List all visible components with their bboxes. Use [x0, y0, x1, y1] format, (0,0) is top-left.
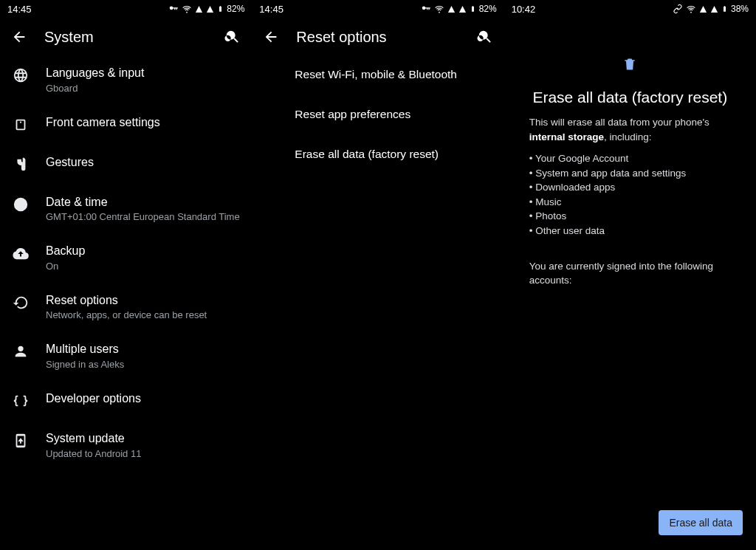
- item-title: Reset options: [46, 292, 207, 309]
- battery-text: 82%: [227, 4, 244, 14]
- reset-list: Reset Wi-Fi, mobile & Bluetooth Reset ap…: [252, 55, 504, 550]
- item-title: Multiple users: [46, 341, 124, 357]
- wifi-icon: [182, 4, 192, 14]
- back-icon: [11, 29, 27, 45]
- item-gestures[interactable]: Gestures: [0, 144, 252, 184]
- status-bar: 14:45 82%: [252, 0, 504, 18]
- bullet: Photos: [529, 209, 731, 224]
- erase-accounts-line: You are currently signed into the follow…: [529, 259, 731, 288]
- signal-icon: [206, 5, 214, 13]
- bullet: Music: [529, 195, 731, 210]
- settings-list: Languages & input Gboard Front camera se…: [0, 55, 252, 550]
- item-title: Developer options: [46, 391, 141, 407]
- item-sub: Gboard: [46, 83, 144, 94]
- app-bar: System: [0, 18, 252, 55]
- item-backup[interactable]: Backup On: [0, 233, 252, 282]
- item-reset-options[interactable]: Reset options Network, apps, or device c…: [0, 282, 252, 331]
- item-title: Backup: [46, 243, 85, 259]
- status-icons: 82%: [421, 4, 497, 14]
- item-front-camera[interactable]: Front camera settings: [0, 104, 252, 144]
- battery-icon: [217, 4, 224, 14]
- item-sub: GMT+01:00 Central European Standard Time: [46, 211, 240, 222]
- battery-icon: [721, 4, 728, 14]
- back-icon: [263, 29, 279, 45]
- signal-icon: [699, 5, 707, 13]
- search-button[interactable]: [224, 28, 241, 46]
- erase-bullets: Your Google Account System and app data …: [529, 151, 731, 238]
- search-button[interactable]: [476, 28, 494, 46]
- erase-description: This will erase all data from your phone…: [529, 115, 731, 238]
- key-icon: [168, 4, 179, 14]
- item-languages-input[interactable]: Languages & input Gboard: [0, 55, 252, 104]
- front-camera-icon: [12, 116, 30, 134]
- item-sub: Signed in as Aleks: [46, 359, 124, 370]
- status-time: 14:45: [259, 4, 284, 15]
- key-icon: [421, 4, 431, 14]
- battery-text: 82%: [479, 4, 497, 14]
- system-update-icon: [12, 432, 30, 450]
- bottom-action-bar: Erase all data: [659, 510, 743, 535]
- reset-app-preferences[interactable]: Reset app preferences: [252, 94, 504, 134]
- cloud-upload-icon: [12, 244, 30, 262]
- item-sub: On: [46, 261, 85, 272]
- signal-icon: [458, 5, 467, 13]
- erase-lead2: , including:: [604, 131, 652, 142]
- trash-icon: [622, 56, 637, 75]
- link-icon: [673, 4, 683, 14]
- status-time: 14:45: [7, 4, 32, 15]
- reset-wifi-mobile-bluetooth[interactable]: Reset Wi-Fi, mobile & Bluetooth: [252, 55, 504, 94]
- item-title: Gestures: [46, 154, 94, 171]
- screen-reset-options: 14:45 82% Reset options Reset Wi-Fi, mob…: [252, 0, 504, 550]
- screen-system: 14:45 82% System Languages & input Gboar…: [0, 0, 252, 550]
- back-button[interactable]: [262, 28, 280, 46]
- item-sub: Network, apps, or device can be reset: [46, 309, 207, 320]
- app-bar: Reset options: [252, 18, 504, 55]
- item-title: System update: [46, 430, 141, 447]
- wifi-icon: [686, 4, 696, 14]
- item-sub: Updated to Android 11: [46, 448, 141, 459]
- back-button[interactable]: [10, 28, 28, 46]
- bullet: Your Google Account: [529, 151, 731, 166]
- status-icons: 38%: [673, 4, 749, 14]
- erase-lead1: This will erase all data from your phone…: [529, 117, 709, 128]
- search-icon: [224, 29, 241, 45]
- bullet: Other user data: [529, 224, 731, 238]
- globe-icon: [12, 66, 30, 84]
- status-bar: 10:42 38%: [504, 0, 756, 18]
- wifi-icon: [434, 4, 444, 14]
- clock-icon: [12, 196, 30, 213]
- status-time: 10:42: [512, 4, 536, 15]
- bullet: System and app data and settings: [529, 166, 731, 181]
- item-developer-options[interactable]: Developer options: [0, 380, 252, 420]
- braces-icon: [12, 392, 30, 410]
- erase-title: Erase all data (factory reset): [532, 89, 727, 106]
- signal-icon: [447, 5, 456, 13]
- user-icon: [12, 343, 30, 360]
- item-multiple-users[interactable]: Multiple users Signed in as Aleks: [0, 331, 252, 380]
- erase-all-data-button[interactable]: Erase all data: [659, 510, 743, 535]
- erase-content: Erase all data (factory reset) This will…: [504, 18, 756, 288]
- battery-text: 38%: [731, 4, 749, 14]
- gestures-icon: [12, 156, 30, 173]
- item-title: Date & time: [46, 194, 240, 210]
- erase-lead-strong: internal storage: [529, 131, 604, 142]
- battery-icon: [470, 4, 476, 14]
- item-title: Languages & input: [46, 65, 144, 81]
- item-date-time[interactable]: Date & time GMT+01:00 Central European S…: [0, 184, 252, 233]
- erase-all-data[interactable]: Erase all data (factory reset): [252, 134, 504, 174]
- page-title: Reset options: [296, 29, 459, 46]
- reset-icon: [12, 294, 30, 312]
- signal-icon: [710, 5, 718, 13]
- page-title: System: [44, 29, 207, 46]
- bullet: Downloaded apps: [529, 180, 731, 195]
- status-icons: 82%: [168, 4, 244, 14]
- screen-erase-all-data: 10:42 38% Erase all data (factory reset)…: [504, 0, 756, 550]
- status-bar: 14:45 82%: [0, 0, 252, 18]
- item-title: Front camera settings: [46, 114, 160, 131]
- signal-icon: [195, 5, 203, 13]
- item-system-update[interactable]: System update Updated to Android 11: [0, 420, 252, 470]
- search-icon: [477, 29, 493, 45]
